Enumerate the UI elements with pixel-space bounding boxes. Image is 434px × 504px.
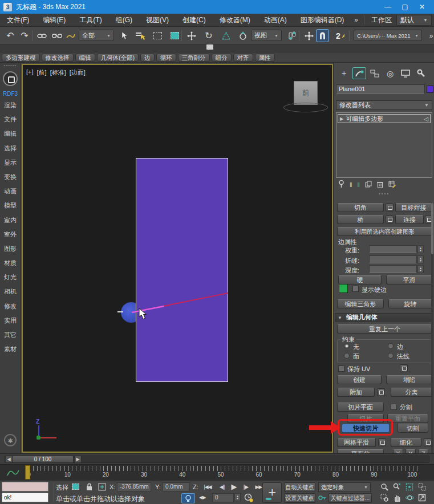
viewport-menu[interactable]: [+]: [26, 68, 34, 77]
time-configuration-icon[interactable]: [244, 493, 253, 503]
viewcube[interactable]: 前: [283, 80, 329, 115]
ribbon-tool-button[interactable]: 属性: [255, 54, 275, 62]
rollout-divider[interactable]: ••••: [334, 191, 434, 196]
next-key-button[interactable]: ||▶: [240, 482, 252, 492]
depth-spinner[interactable]: ▲▼: [417, 265, 424, 273]
undo-icon[interactable]: ↶: [3, 29, 17, 42]
y-coord-field[interactable]: 0.0mm: [163, 482, 190, 491]
expand-arrow-icon[interactable]: ▶: [340, 116, 343, 121]
menu-item[interactable]: 组(G): [109, 14, 139, 27]
collapse-button[interactable]: 塌陷: [386, 375, 432, 384]
drag-handle[interactable]: ••••••: [4, 63, 17, 68]
tessellate-button[interactable]: 细化: [391, 438, 421, 447]
configure-modifier-sets-icon[interactable]: [388, 181, 396, 189]
split-checkbox[interactable]: [391, 404, 397, 410]
constraint-none-radio[interactable]: [344, 343, 350, 349]
show-end-result-on-icon[interactable]: ‖: [358, 181, 360, 188]
preserve-uv-settings-button[interactable]: [400, 364, 408, 372]
previous-key-button[interactable]: ◀||: [216, 482, 228, 492]
selection-set-dropdown[interactable]: 选定对象 ▼: [318, 482, 371, 492]
dock-item[interactable]: 图形: [4, 242, 17, 256]
ribbon-tool-button[interactable]: 细分: [212, 54, 232, 62]
toolbar-overflow-chevron[interactable]: »: [424, 29, 434, 42]
cut-button[interactable]: 切割: [398, 424, 428, 433]
dock-item[interactable]: 选择: [4, 141, 17, 156]
ribbon-tool-button[interactable]: 多边形建模: [2, 54, 40, 62]
object-color-swatch[interactable]: [427, 86, 433, 93]
zoom-icon[interactable]: [379, 482, 390, 491]
create-button[interactable]: 创建: [337, 375, 382, 384]
menu-item[interactable]: 编辑(E): [36, 14, 72, 27]
mini-curve-editor-icon[interactable]: [7, 468, 19, 478]
select-and-scale-icon[interactable]: [219, 29, 233, 42]
show-end-result-icon[interactable]: ‖: [350, 181, 352, 188]
workspace-dropdown[interactable]: 默认 ▼: [396, 15, 432, 26]
viewport-menu[interactable]: [边面]: [70, 68, 86, 77]
minimize-button[interactable]: —: [379, 1, 396, 13]
chamfer-settings-button[interactable]: [386, 204, 394, 212]
viewcube-front-face[interactable]: 前: [294, 81, 318, 105]
tessellate-settings-button[interactable]: [424, 438, 432, 446]
menu-item[interactable]: 工具(T): [72, 14, 108, 27]
next-frame-arrow[interactable]: ▶: [74, 456, 82, 463]
dock-item[interactable]: 相机: [4, 284, 17, 299]
weight-spinner[interactable]: ▲▼: [417, 245, 424, 253]
reset-plane-button[interactable]: 重置平面: [387, 414, 428, 423]
viewport-menu[interactable]: [标准]: [50, 68, 66, 77]
msmooth-button[interactable]: 网格平滑: [337, 438, 376, 447]
maxscript-listener-output[interactable]: ok!: [2, 493, 48, 502]
select-and-place-icon[interactable]: [236, 29, 250, 42]
chamfer-button[interactable]: 切角: [337, 203, 384, 212]
project-folder-dropdown[interactable]: C:\Users\··· Max 2021 ▼: [354, 30, 422, 41]
orbit-icon[interactable]: [404, 493, 415, 502]
unlink-selection-icon[interactable]: [50, 29, 64, 42]
x-coord-field[interactable]: -376.85mm: [117, 482, 151, 491]
select-and-link-icon[interactable]: [35, 29, 49, 42]
play-button[interactable]: ▶: [228, 482, 240, 492]
menu-item[interactable]: 动画(A): [257, 14, 294, 27]
turn-button[interactable]: 旋转: [388, 299, 432, 308]
selection-filter-dropdown[interactable]: 全部 ▼: [79, 30, 114, 41]
time-slider-handle[interactable]: 0 / 100: [12, 456, 74, 463]
menu-item[interactable]: 创建(C): [176, 14, 213, 27]
front-viewport[interactable]: [+][前][标准][边面] 前 Z: [22, 64, 333, 453]
maximize-viewport-toggle-icon[interactable]: [416, 493, 428, 502]
current-frame-field[interactable]: 0: [212, 493, 234, 502]
edit-geometry-rollout-header[interactable]: ▼ 编辑几何体: [335, 313, 433, 322]
msmooth-settings-button[interactable]: [378, 438, 386, 446]
display-hard-edges-checkbox[interactable]: [352, 286, 359, 292]
current-frame-marker[interactable]: [25, 465, 30, 479]
constraint-face-radio[interactable]: [344, 353, 350, 359]
dock-item[interactable]: 变换: [4, 170, 17, 184]
selection-region-icon[interactable]: [72, 483, 79, 491]
object-name-field[interactable]: Plane001: [336, 84, 425, 94]
menu-item[interactable]: 修改器(M): [213, 14, 257, 27]
dock-item[interactable]: 显示: [4, 156, 17, 170]
zoom-extents-icon[interactable]: [404, 482, 415, 491]
close-button[interactable]: ✕: [413, 1, 431, 13]
panel-scrollbar[interactable]: [431, 203, 433, 454]
rectangular-selection-region-icon[interactable]: [151, 29, 164, 42]
slice-plane-button[interactable]: 切片平面: [337, 403, 384, 412]
track-bar[interactable]: 0102030405060708090100: [0, 464, 434, 480]
ribbon-tool-button[interactable]: 对齐: [233, 54, 253, 62]
display-tab-icon[interactable]: [399, 67, 412, 79]
connect-button[interactable]: 连接: [395, 215, 424, 224]
crease-field[interactable]: [369, 255, 417, 263]
dock-item[interactable]: 修改: [4, 299, 17, 314]
frame-spinner[interactable]: ▲▼: [234, 493, 241, 501]
constraint-normal-radio[interactable]: [388, 353, 394, 359]
zoom-all-icon[interactable]: [391, 482, 403, 491]
time-tag-arrows[interactable]: ◀▶: [199, 495, 206, 500]
pin-stack-icon[interactable]: [338, 180, 344, 189]
snaps-toggle-button[interactable]: [316, 29, 329, 42]
depth-field[interactable]: [369, 265, 417, 273]
select-and-rotate-icon[interactable]: ↻: [202, 29, 216, 42]
maximize-button[interactable]: ▢: [396, 1, 413, 13]
dock-item[interactable]: 室内: [4, 213, 17, 227]
modifier-list-dropdown[interactable]: 修改器列表 ▼: [336, 100, 432, 110]
constraint-edge-radio[interactable]: [388, 343, 394, 349]
smooth-button[interactable]: 平滑: [386, 275, 432, 284]
preserve-uv-checkbox[interactable]: [338, 365, 344, 372]
attach-button[interactable]: 附加: [337, 388, 375, 397]
